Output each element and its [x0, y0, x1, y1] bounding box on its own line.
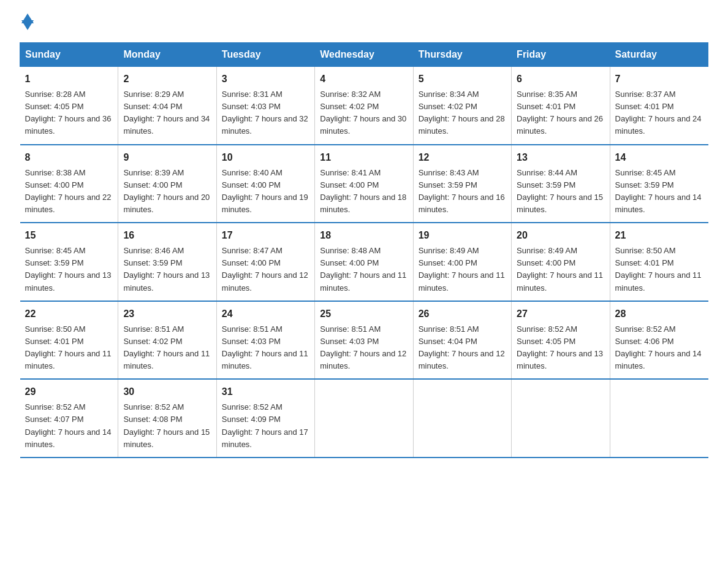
day-number: 5: [419, 72, 506, 86]
day-info: Sunrise: 8:44 AMSunset: 3:59 PMDaylight:…: [517, 168, 603, 214]
calendar-day-cell: 24Sunrise: 8:51 AMSunset: 4:03 PMDayligh…: [216, 301, 314, 380]
calendar-day-cell: [413, 379, 511, 458]
day-info: Sunrise: 8:37 AMSunset: 4:01 PMDaylight:…: [615, 90, 702, 136]
day-number: 20: [517, 228, 604, 243]
day-info: Sunrise: 8:34 AMSunset: 4:02 PMDaylight:…: [419, 90, 505, 136]
weekday-header-thursday: Thursday: [413, 43, 511, 67]
calendar-day-cell: 16Sunrise: 8:46 AMSunset: 3:59 PMDayligh…: [118, 223, 216, 301]
calendar-day-cell: 18Sunrise: 8:48 AMSunset: 4:00 PMDayligh…: [315, 223, 413, 301]
day-number: 25: [320, 307, 408, 321]
day-number: 14: [615, 150, 703, 165]
day-number: 19: [419, 228, 506, 243]
day-number: 1: [25, 72, 113, 86]
calendar-day-cell: 17Sunrise: 8:47 AMSunset: 4:00 PMDayligh…: [216, 223, 314, 301]
calendar-header-row: SundayMondayTuesdayWednesdayThursdayFrid…: [20, 43, 708, 67]
day-info: Sunrise: 8:35 AMSunset: 4:01 PMDaylight:…: [517, 90, 603, 136]
calendar-day-cell: 6Sunrise: 8:35 AMSunset: 4:01 PMDaylight…: [512, 67, 610, 145]
day-number: 29: [25, 385, 113, 399]
day-info: Sunrise: 8:46 AMSunset: 3:59 PMDaylight:…: [123, 246, 210, 292]
day-info: Sunrise: 8:50 AMSunset: 4:01 PMDaylight:…: [615, 246, 702, 292]
calendar-day-cell: [512, 379, 610, 458]
day-info: Sunrise: 8:32 AMSunset: 4:02 PMDaylight:…: [320, 90, 406, 136]
calendar-day-cell: 3Sunrise: 8:31 AMSunset: 4:03 PMDaylight…: [216, 67, 314, 145]
weekday-header-friday: Friday: [512, 43, 610, 67]
calendar-day-cell: 5Sunrise: 8:34 AMSunset: 4:02 PMDaylight…: [413, 67, 511, 145]
day-info: Sunrise: 8:51 AMSunset: 4:03 PMDaylight:…: [222, 324, 308, 370]
day-info: Sunrise: 8:52 AMSunset: 4:08 PMDaylight:…: [123, 402, 210, 448]
day-info: Sunrise: 8:45 AMSunset: 3:59 PMDaylight:…: [615, 168, 702, 214]
day-number: 30: [123, 385, 211, 399]
calendar-day-cell: 28Sunrise: 8:52 AMSunset: 4:06 PMDayligh…: [610, 301, 708, 380]
weekday-header-monday: Monday: [118, 43, 216, 67]
day-info: Sunrise: 8:31 AMSunset: 4:03 PMDaylight:…: [222, 90, 308, 136]
day-info: Sunrise: 8:52 AMSunset: 4:07 PMDaylight:…: [25, 402, 112, 448]
calendar-day-cell: 25Sunrise: 8:51 AMSunset: 4:03 PMDayligh…: [315, 301, 413, 380]
day-info: Sunrise: 8:38 AMSunset: 4:00 PMDaylight:…: [25, 168, 112, 214]
day-number: 17: [222, 228, 309, 243]
day-info: Sunrise: 8:29 AMSunset: 4:04 PMDaylight:…: [123, 90, 210, 136]
calendar-day-cell: 19Sunrise: 8:49 AMSunset: 4:00 PMDayligh…: [413, 223, 511, 301]
day-info: Sunrise: 8:40 AMSunset: 4:00 PMDaylight:…: [222, 168, 308, 214]
day-number: 2: [123, 72, 211, 86]
calendar-day-cell: 22Sunrise: 8:50 AMSunset: 4:01 PMDayligh…: [20, 301, 118, 380]
day-number: 4: [320, 72, 408, 86]
day-info: Sunrise: 8:28 AMSunset: 4:05 PMDaylight:…: [25, 90, 112, 136]
calendar-day-cell: 8Sunrise: 8:38 AMSunset: 4:00 PMDaylight…: [20, 145, 118, 223]
calendar-day-cell: 7Sunrise: 8:37 AMSunset: 4:01 PMDaylight…: [610, 67, 708, 145]
calendar-day-cell: [610, 379, 708, 458]
calendar-day-cell: 23Sunrise: 8:51 AMSunset: 4:02 PMDayligh…: [118, 301, 216, 380]
day-number: 31: [222, 385, 309, 399]
day-number: 8: [25, 150, 113, 165]
weekday-header-wednesday: Wednesday: [315, 43, 413, 67]
calendar-day-cell: 4Sunrise: 8:32 AMSunset: 4:02 PMDaylight…: [315, 67, 413, 145]
calendar-day-cell: 14Sunrise: 8:45 AMSunset: 3:59 PMDayligh…: [610, 145, 708, 223]
calendar-day-cell: 29Sunrise: 8:52 AMSunset: 4:07 PMDayligh…: [20, 379, 118, 458]
day-number: 9: [123, 150, 211, 165]
weekday-header-tuesday: Tuesday: [216, 43, 314, 67]
calendar-day-cell: 2Sunrise: 8:29 AMSunset: 4:04 PMDaylight…: [118, 67, 216, 145]
calendar-week-row: 29Sunrise: 8:52 AMSunset: 4:07 PMDayligh…: [20, 379, 708, 458]
calendar-day-cell: 1Sunrise: 8:28 AMSunset: 4:05 PMDaylight…: [20, 67, 118, 145]
day-info: Sunrise: 8:51 AMSunset: 4:03 PMDaylight:…: [320, 324, 406, 370]
calendar-day-cell: 30Sunrise: 8:52 AMSunset: 4:08 PMDayligh…: [118, 379, 216, 458]
calendar-week-row: 22Sunrise: 8:50 AMSunset: 4:01 PMDayligh…: [20, 301, 708, 380]
day-number: 15: [25, 228, 113, 243]
calendar-day-cell: 11Sunrise: 8:41 AMSunset: 4:00 PMDayligh…: [315, 145, 413, 223]
day-number: 16: [123, 228, 211, 243]
day-number: 27: [517, 307, 604, 321]
logo: [20, 15, 34, 30]
day-info: Sunrise: 8:49 AMSunset: 4:00 PMDaylight:…: [419, 246, 505, 292]
calendar-week-row: 1Sunrise: 8:28 AMSunset: 4:05 PMDaylight…: [20, 67, 708, 145]
calendar-day-cell: 15Sunrise: 8:45 AMSunset: 3:59 PMDayligh…: [20, 223, 118, 301]
weekday-header-sunday: Sunday: [20, 43, 118, 67]
calendar-day-cell: 21Sunrise: 8:50 AMSunset: 4:01 PMDayligh…: [610, 223, 708, 301]
day-info: Sunrise: 8:47 AMSunset: 4:00 PMDaylight:…: [222, 246, 308, 292]
day-info: Sunrise: 8:41 AMSunset: 4:00 PMDaylight:…: [320, 168, 406, 214]
calendar-table: SundayMondayTuesdayWednesdayThursdayFrid…: [20, 42, 708, 458]
day-info: Sunrise: 8:48 AMSunset: 4:00 PMDaylight:…: [320, 246, 406, 292]
calendar-day-cell: 27Sunrise: 8:52 AMSunset: 4:05 PMDayligh…: [512, 301, 610, 380]
calendar-day-cell: 9Sunrise: 8:39 AMSunset: 4:00 PMDaylight…: [118, 145, 216, 223]
day-info: Sunrise: 8:52 AMSunset: 4:09 PMDaylight:…: [222, 402, 308, 448]
calendar-day-cell: 13Sunrise: 8:44 AMSunset: 3:59 PMDayligh…: [512, 145, 610, 223]
day-number: 6: [517, 72, 604, 86]
logo-icon: [21, 13, 34, 30]
day-info: Sunrise: 8:50 AMSunset: 4:01 PMDaylight:…: [25, 324, 112, 370]
day-number: 21: [615, 228, 703, 243]
day-number: 7: [615, 72, 703, 86]
day-info: Sunrise: 8:52 AMSunset: 4:05 PMDaylight:…: [517, 324, 603, 370]
day-number: 24: [222, 307, 309, 321]
calendar-day-cell: 20Sunrise: 8:49 AMSunset: 4:00 PMDayligh…: [512, 223, 610, 301]
day-info: Sunrise: 8:49 AMSunset: 4:00 PMDaylight:…: [517, 246, 603, 292]
day-number: 18: [320, 228, 408, 243]
calendar-week-row: 15Sunrise: 8:45 AMSunset: 3:59 PMDayligh…: [20, 223, 708, 301]
calendar-day-cell: [315, 379, 413, 458]
calendar-day-cell: 12Sunrise: 8:43 AMSunset: 3:59 PMDayligh…: [413, 145, 511, 223]
day-info: Sunrise: 8:51 AMSunset: 4:04 PMDaylight:…: [419, 324, 505, 370]
page-header: [20, 15, 708, 30]
day-number: 26: [419, 307, 506, 321]
calendar-day-cell: 31Sunrise: 8:52 AMSunset: 4:09 PMDayligh…: [216, 379, 314, 458]
day-number: 13: [517, 150, 604, 165]
day-number: 10: [222, 150, 309, 165]
day-number: 23: [123, 307, 211, 321]
